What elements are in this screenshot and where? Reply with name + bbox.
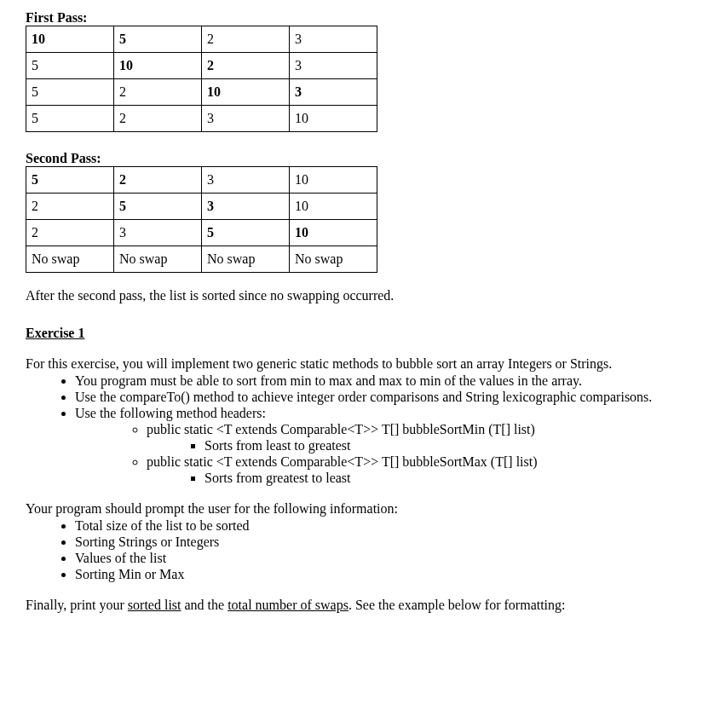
table-cell: No swap: [290, 246, 377, 273]
bullet-sort-min-max: You program must be able to sort from mi…: [75, 373, 694, 389]
table-cell: 2: [26, 220, 114, 246]
prompt-size: Total size of the list to be sorted: [75, 518, 694, 534]
table-cell: 5: [114, 194, 202, 220]
bullet-method-headers-text: Use the following method headers:: [75, 406, 266, 420]
table-cell: 3: [290, 26, 377, 53]
method-min-sig: public static <T extends Comparable<T>> …: [147, 422, 535, 436]
table-cell: 3: [202, 106, 290, 132]
second-pass-title: Second Pass:: [26, 151, 694, 166]
exercise-title: Exercise 1: [26, 326, 694, 341]
method-min-desc: Sorts from least to greatest: [204, 438, 694, 454]
method-min-desc-list: Sorts from least to greatest: [147, 438, 694, 454]
prompt-minmax: Sorting Min or Max: [75, 567, 694, 582]
prompt-intro: Your program should prompt the user for …: [26, 501, 694, 517]
table-cell: 2: [114, 79, 202, 106]
table-cell: No swap: [114, 246, 202, 273]
table-cell: 5: [26, 167, 114, 194]
table-cell: No swap: [26, 246, 114, 273]
table-cell: 3: [114, 220, 202, 246]
first-pass-title: First Pass:: [26, 10, 694, 26]
table-cell: 5: [26, 53, 114, 79]
table-cell: 2: [26, 194, 114, 220]
table-cell: 10: [290, 220, 377, 246]
exercise-bullets: You program must be able to sort from mi…: [26, 373, 694, 486]
table-cell: 3: [202, 167, 290, 194]
table-cell: 2: [114, 106, 202, 132]
table-cell: 2: [202, 53, 290, 79]
exercise-intro: For this exercise, you will implement tw…: [26, 356, 694, 372]
second-pass-table: 523102531023510No swapNo swapNo swapNo s…: [26, 166, 377, 273]
final-pre: Finally, print your: [26, 598, 128, 612]
table-cell: 10: [290, 194, 377, 220]
table-cell: 10: [114, 53, 202, 79]
method-max-sig: public static <T extends Comparable<T>> …: [147, 454, 538, 469]
final-line: Finally, print your sorted list and the …: [26, 598, 694, 613]
table-cell: 10: [290, 167, 377, 194]
final-total-swaps: total number of swaps: [228, 598, 348, 612]
method-max: public static <T extends Comparable<T>> …: [147, 454, 694, 486]
table-cell: 5: [202, 220, 290, 246]
final-post: . See the example below for formatting:: [348, 598, 566, 612]
table-cell: 2: [114, 167, 202, 194]
table-cell: No swap: [202, 246, 290, 273]
table-cell: 5: [26, 79, 114, 106]
first-pass-table: 10523510235210352310: [26, 26, 377, 132]
table-cell: 10: [26, 26, 114, 53]
method-max-desc-list: Sorts from greatest to least: [147, 471, 694, 486]
bullet-method-headers: Use the following method headers: public…: [75, 406, 694, 486]
table-cell: 3: [202, 194, 290, 220]
table-cell: 3: [290, 79, 377, 106]
method-min: public static <T extends Comparable<T>> …: [147, 422, 694, 454]
table-cell: 5: [26, 106, 114, 132]
prompt-list: Total size of the list to be sorted Sort…: [26, 518, 694, 582]
method-list: public static <T extends Comparable<T>> …: [75, 422, 694, 486]
method-max-desc: Sorts from greatest to least: [204, 471, 694, 486]
table-cell: 5: [114, 26, 202, 53]
final-sorted-list: sorted list: [128, 598, 181, 612]
prompt-type: Sorting Strings or Integers: [75, 534, 694, 550]
final-mid: and the: [181, 598, 228, 612]
after-pass-text: After the second pass, the list is sorte…: [26, 288, 694, 303]
prompt-values: Values of the list: [75, 551, 694, 566]
table-cell: 2: [202, 26, 290, 53]
table-cell: 3: [290, 53, 377, 79]
table-cell: 10: [202, 79, 290, 106]
bullet-compareto: Use the compareTo() method to achieve in…: [75, 390, 694, 405]
table-cell: 10: [290, 106, 377, 132]
